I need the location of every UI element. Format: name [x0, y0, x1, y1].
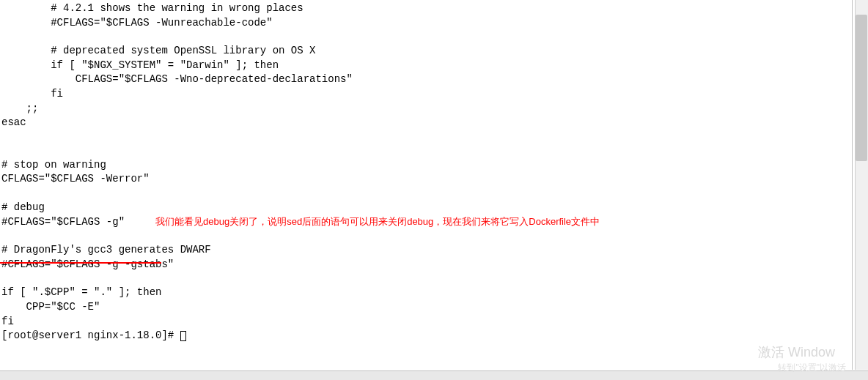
code-line: # stop on warning: [1, 158, 850, 173]
code-line: [1, 30, 850, 44]
code-line: if [ ".$CPP" = "." ]; then: [1, 286, 850, 300]
windows-activation-subtext: 转到"设置"以激活: [778, 362, 846, 374]
code-line: CFLAGS="$CFLAGS -Wno-deprecated-declarat…: [1, 72, 850, 87]
annotation-text: 我们能看见debug关闭了，说明sed后面的语句可以用来关闭debug，现在我们…: [155, 215, 600, 228]
shell-prompt: [root@server1 nginx-1.18.0]#: [1, 329, 180, 341]
code-line: [1, 272, 850, 286]
code-line: [1, 130, 850, 144]
code-line: # debug: [1, 201, 850, 215]
windows-activation-watermark: 激活 Window: [758, 343, 835, 362]
terminal-window: # 4.2.1 shows the warning in wrong place…: [0, 0, 853, 370]
vertical-scrollbar-thumb[interactable]: [856, 15, 867, 161]
red-underline-annotation: [0, 262, 161, 264]
code-line: #CFLAGS="$CFLAGS -Wunreachable-code": [1, 16, 850, 31]
vertical-scrollbar-track[interactable]: [855, 0, 868, 370]
code-line: [1, 187, 850, 201]
code-line: if [ "$NGX_SYSTEM" = "Darwin" ]; then: [1, 59, 850, 73]
shell-prompt-line[interactable]: [root@server1 nginx-1.18.0]#: [1, 329, 850, 343]
code-line: CFLAGS="$CFLAGS -Werror": [1, 172, 850, 187]
code-line: #CFLAGS="$CFLAGS -g -gstabs": [1, 258, 850, 272]
annotation-spacer: [125, 215, 155, 230]
code-line: # DragonFly's gcc3 generates DWARF: [1, 243, 850, 258]
code-line: fi: [1, 87, 850, 102]
bottom-status-bar: [0, 370, 868, 380]
code-line-debug: #CFLAGS="$CFLAGS -g": [1, 215, 125, 230]
code-line: esac: [1, 116, 850, 130]
code-line: ;;: [1, 102, 850, 116]
code-line: [1, 144, 850, 158]
code-line: fi: [1, 315, 850, 329]
code-line: # deprecated system OpenSSL library on O…: [1, 44, 850, 59]
code-line: [1, 229, 850, 243]
code-line: # 4.2.1 shows the warning in wrong place…: [1, 1, 850, 16]
code-line: CPP="$CC -E": [1, 300, 850, 315]
cursor-icon: [180, 331, 186, 341]
